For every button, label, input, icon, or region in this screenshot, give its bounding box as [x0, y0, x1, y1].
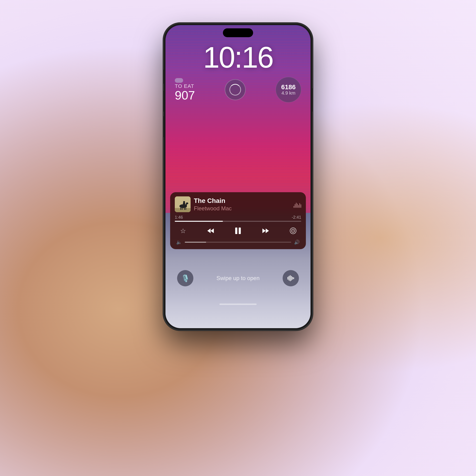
time-elapsed: 1:46 [175, 215, 183, 220]
time-display: 10:16 [172, 43, 304, 72]
phone-body: 10:16 TO EAT 907 [164, 23, 312, 330]
music-player-widget[interactable]: The Chain Fleetwood Mac [170, 192, 306, 249]
svg-rect-24 [292, 277, 293, 280]
watch-widget[interactable] [225, 79, 246, 100]
svg-point-10 [183, 201, 185, 203]
svg-rect-8 [186, 207, 186, 210]
song-title: The Chain [194, 197, 290, 205]
svg-marker-16 [266, 228, 269, 233]
svg-rect-20 [288, 277, 288, 280]
svg-rect-1 [175, 208, 191, 212]
svg-rect-21 [289, 276, 289, 281]
progress-container[interactable]: 1:46 -2:41 [175, 215, 301, 222]
lock-screen-area: 10:16 TO EAT 907 [166, 40, 310, 102]
calories-value: 907 [175, 89, 195, 101]
waveform-indicator [293, 201, 301, 208]
waveform-bar-7 [301, 204, 301, 208]
mute-button[interactable] [163, 70, 164, 84]
volume-fill [185, 242, 206, 243]
progress-fill [175, 221, 223, 222]
fast-forward-icon [261, 227, 270, 235]
waveform-bar-1 [293, 206, 294, 208]
rewind-icon [206, 227, 215, 235]
steps-value: 6186 [281, 84, 296, 90]
watch-ring-icon [229, 84, 241, 96]
widgets-row: TO EAT 907 6186 4.9 km [172, 77, 304, 102]
album-art-svg [175, 196, 191, 212]
fork-knife-icon [175, 78, 183, 83]
svg-rect-14 [239, 228, 241, 234]
scene: 10:16 TO EAT 907 [0, 0, 476, 476]
music-header: The Chain Fleetwood Mac [175, 196, 301, 212]
bottom-bar: 🎙️ Swipe up to open [166, 270, 310, 286]
progress-bar[interactable] [175, 221, 301, 222]
favorite-button[interactable]: ☆ [177, 225, 189, 237]
svg-rect-7 [184, 207, 185, 210]
steps-unit: 4.9 km [281, 90, 295, 96]
album-art [175, 196, 191, 212]
waveform-bar-2 [295, 204, 295, 208]
time-remaining: -2:41 [292, 215, 301, 220]
phone-screen: 10:16 TO EAT 907 [166, 25, 310, 328]
svg-rect-23 [291, 276, 292, 281]
phone-wrapper: 10:16 TO EAT 907 [164, 23, 312, 330]
waveform-bar-3 [296, 203, 297, 208]
progress-times: 1:46 -2:41 [175, 215, 301, 220]
svg-marker-11 [207, 228, 211, 233]
swipe-hint: Swipe up to open [193, 275, 283, 281]
svg-marker-15 [262, 228, 266, 233]
svg-marker-12 [211, 228, 214, 233]
waveform-bar-5 [298, 205, 299, 208]
svg-point-4 [186, 203, 188, 204]
volume-up-button[interactable] [163, 91, 164, 112]
svg-rect-3 [186, 204, 187, 207]
rewind-button[interactable] [205, 225, 216, 237]
steps-widget[interactable]: 6186 4.9 km [276, 77, 301, 102]
pause-icon [233, 226, 243, 236]
music-info: The Chain Fleetwood Mac [194, 197, 290, 212]
svg-rect-13 [235, 228, 237, 234]
svg-rect-22 [290, 275, 290, 281]
waveform-bar-4 [297, 204, 298, 208]
podcast-button[interactable]: 🎙️ [177, 270, 193, 286]
volume-low-icon: 🔈 [176, 239, 182, 245]
waveform-bar-6 [299, 203, 300, 208]
play-pause-button[interactable] [232, 225, 244, 237]
volume-down-button[interactable] [163, 116, 164, 137]
music-controls: ☆ [175, 224, 301, 238]
volume-bar[interactable] [185, 242, 291, 243]
svg-rect-25 [293, 277, 294, 279]
dynamic-island [223, 28, 253, 37]
svg-rect-5 [180, 207, 181, 210]
svg-point-19 [293, 230, 293, 231]
home-indicator[interactable] [220, 304, 256, 305]
volume-row[interactable]: 🔈 🔊 [175, 238, 301, 246]
svg-rect-6 [182, 207, 183, 210]
airplay-icon [289, 227, 297, 235]
siri-waveform-icon [287, 274, 295, 282]
fast-forward-button[interactable] [260, 225, 272, 237]
calories-widget[interactable]: TO EAT 907 [175, 78, 195, 101]
volume-high-icon: 🔊 [294, 239, 300, 245]
airplay-button[interactable] [287, 225, 299, 237]
power-button[interactable] [312, 88, 313, 112]
siri-button[interactable] [283, 270, 299, 286]
artist-name: Fleetwood Mac [194, 205, 290, 212]
